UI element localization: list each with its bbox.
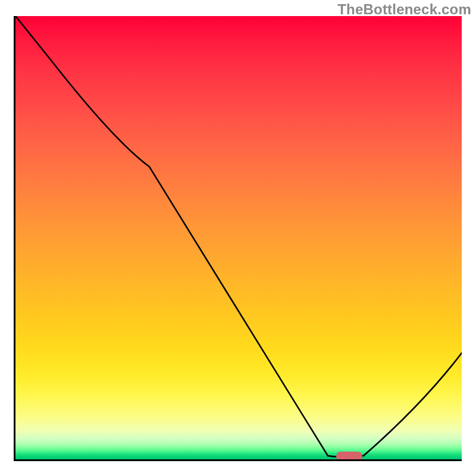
- watermark-text: TheBottleneck.com: [337, 1, 471, 18]
- plot-area: [14, 16, 462, 461]
- bottleneck-curve: [15, 16, 462, 459]
- optimal-marker: [336, 452, 362, 461]
- chart-canvas: TheBottleneck.com: [0, 0, 476, 476]
